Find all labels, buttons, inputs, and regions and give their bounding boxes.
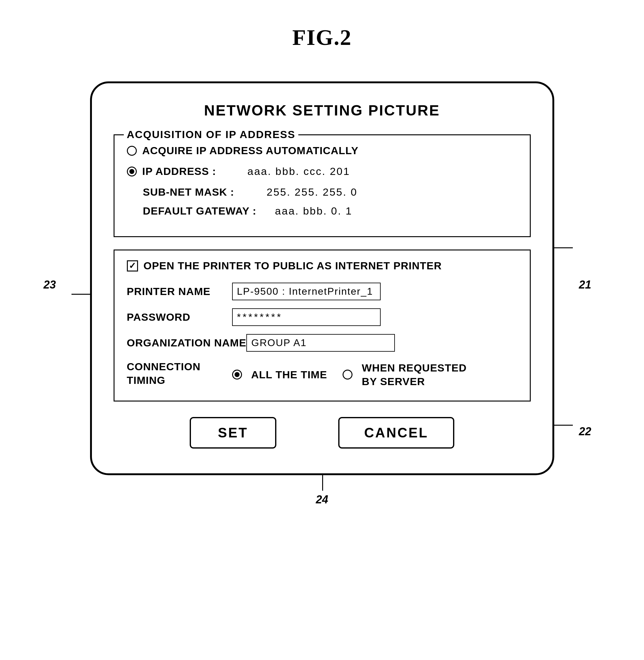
- printer-name-input[interactable]: LP-9500 : InternetPrinter_1: [232, 282, 381, 300]
- ref21-label: 21: [579, 278, 591, 291]
- timing-option1[interactable]: ALL THE TIME: [232, 368, 327, 381]
- auto-acquire-row[interactable]: ACQUIRE IP ADDRESS AUTOMATICALLY: [127, 144, 518, 157]
- printer-name-label: PRINTER NAME: [127, 286, 232, 297]
- gateway-value: aaa. bbb. 0. 1: [275, 205, 352, 217]
- internet-printer-section: ✓ OPEN THE PRINTER TO PUBLIC AS INTERNET…: [114, 250, 531, 402]
- connection-options: ALL THE TIME WHEN REQUESTED BY SERVER: [232, 360, 467, 388]
- ref22-label: 22: [579, 425, 591, 438]
- ref24-label: 24: [316, 493, 328, 506]
- dialog-wrapper: 21 22 23 24 NETWORK SETTING PICTURE ACQU…: [90, 82, 554, 475]
- manual-ip-radio[interactable]: [127, 166, 137, 177]
- manual-ip-label: IP ADDRESS :: [142, 165, 229, 177]
- dialog-title: NETWORK SETTING PICTURE: [114, 102, 531, 119]
- subnet-label: SUB-NET MASK :: [143, 186, 248, 198]
- subnet-row: SUB-NET MASK : 255. 255. 255. 0: [127, 186, 518, 198]
- set-button[interactable]: SET: [190, 417, 276, 449]
- connection-timing-row: CONNECTION TIMING ALL THE TIME WHEN REQU…: [127, 360, 518, 388]
- org-name-row: ORGANIZATION NAME GROUP A1: [127, 334, 518, 352]
- org-name-input[interactable]: GROUP A1: [246, 334, 395, 352]
- timing-option1-label: ALL THE TIME: [251, 368, 327, 381]
- password-row: PASSWORD ********: [127, 308, 518, 326]
- timing-radio-2[interactable]: [343, 370, 352, 380]
- org-name-label: ORGANIZATION NAME: [127, 337, 247, 349]
- gateway-row: DEFAULT GATEWAY : aaa. bbb. 0. 1: [127, 205, 518, 217]
- ip-section-label: ACQUISITION OF IP ADDRESS: [124, 129, 299, 140]
- connection-timing-label: CONNECTION TIMING: [127, 360, 232, 387]
- timing-radio-1[interactable]: [232, 370, 242, 380]
- password-input[interactable]: ********: [232, 308, 381, 326]
- ip-address-value: aaa. bbb. ccc. 201: [248, 165, 350, 177]
- subnet-value: 255. 255. 255. 0: [267, 186, 358, 198]
- dialog-box: NETWORK SETTING PICTURE ACQUISITION OF I…: [90, 82, 554, 475]
- internet-printer-label: OPEN THE PRINTER TO PUBLIC AS INTERNET P…: [144, 260, 442, 272]
- timing-option2[interactable]: WHEN REQUESTED BY SERVER: [343, 361, 467, 388]
- auto-acquire-radio[interactable]: [127, 146, 137, 156]
- cancel-button[interactable]: CANCEL: [338, 417, 454, 449]
- figure-title: FIG.2: [292, 25, 351, 50]
- password-label: PASSWORD: [127, 311, 232, 323]
- ref23-label: 23: [44, 278, 56, 291]
- manual-ip-row[interactable]: IP ADDRESS : aaa. bbb. ccc. 201: [127, 165, 518, 177]
- printer-name-row: PRINTER NAME LP-9500 : InternetPrinter_1: [127, 282, 518, 300]
- gateway-label: DEFAULT GATEWAY :: [143, 205, 256, 217]
- timing-option2-label: WHEN REQUESTED BY SERVER: [362, 361, 467, 388]
- internet-printer-header: ✓ OPEN THE PRINTER TO PUBLIC AS INTERNET…: [127, 260, 518, 272]
- ref21-arrow: [551, 247, 573, 248]
- ip-address-section: ACQUISITION OF IP ADDRESS ACQUIRE IP ADD…: [114, 134, 531, 237]
- internet-printer-checkbox[interactable]: ✓: [127, 260, 138, 272]
- button-row: SET CANCEL: [114, 417, 531, 449]
- auto-acquire-label: ACQUIRE IP ADDRESS AUTOMATICALLY: [142, 144, 359, 157]
- ref22-arrow: [551, 425, 573, 426]
